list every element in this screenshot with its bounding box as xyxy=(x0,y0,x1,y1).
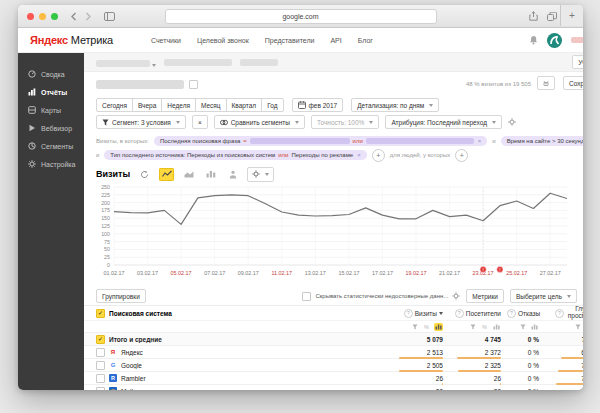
sidebar-item-segments[interactable]: Сегменты xyxy=(18,137,84,155)
svg-text:175: 175 xyxy=(101,207,110,213)
add-people-condition-button[interactable]: + xyxy=(455,149,468,162)
yandex-metrika-logo[interactable]: Яндекс Метрика xyxy=(30,34,113,46)
robots-filter-button[interactable] xyxy=(537,76,555,90)
visitors-bars-icon[interactable] xyxy=(492,323,501,331)
table-settings-gear-icon[interactable] xyxy=(452,292,460,300)
address-bar[interactable]: google.com xyxy=(165,9,437,24)
tutorial-button[interactable]: Учебник xyxy=(572,55,583,69)
period-yesterday-button[interactable]: Вчера xyxy=(132,98,162,112)
window-minimize-button[interactable] xyxy=(39,13,46,20)
row-checkbox[interactable] xyxy=(96,374,105,383)
phrase-value2-redacted xyxy=(366,138,474,144)
filter-row-phrase: Визиты, в которых: Последняя поисковая ф… xyxy=(84,134,583,148)
visits-bars-icon[interactable] xyxy=(434,323,443,331)
chart-type-line-icon[interactable] xyxy=(159,168,174,181)
period-month-button[interactable]: Месяц xyxy=(195,98,227,112)
hide-unreliable-label: Скрывать статистически недостоверные дан… xyxy=(315,293,448,299)
column-bounce[interactable]: ?Отказы xyxy=(507,309,545,318)
remove-filter-icon[interactable]: × xyxy=(478,138,482,144)
browser-forward-button[interactable] xyxy=(84,12,92,21)
traffic-source-filter-pill[interactable]: Тип последнего источника: Переходы из по… xyxy=(104,150,366,160)
browser-back-button[interactable] xyxy=(70,12,78,21)
row-checkbox[interactable] xyxy=(96,348,105,357)
nav-representatives[interactable]: Представители xyxy=(265,37,315,44)
metrics-button[interactable]: Метрики xyxy=(466,289,504,303)
reports-bars-icon xyxy=(28,88,36,96)
period-year-button[interactable]: Год xyxy=(261,98,283,112)
totals-checkbox[interactable]: ✓ xyxy=(96,335,105,344)
table-row-yandex[interactable]: Я Яндекс 2 513 2 372 0 % 6,91 xyxy=(84,345,583,358)
accuracy-dropdown[interactable]: Точность: 100% xyxy=(311,115,379,129)
segment-settings-gear-icon[interactable] xyxy=(508,118,516,126)
chart-type-bars-icon[interactable] xyxy=(203,168,218,181)
url-text: google.com xyxy=(282,13,318,20)
period-week-button[interactable]: Неделя xyxy=(161,98,196,112)
browser-window: google.com + Яндекс Метрика Счетчики Цел… xyxy=(18,5,583,390)
svg-text:07.02.17: 07.02.17 xyxy=(204,270,225,276)
chart-refresh-icon[interactable] xyxy=(137,168,152,181)
sidebar-item-maps[interactable]: Карты xyxy=(18,101,84,119)
window-zoom-button[interactable] xyxy=(51,13,58,20)
row-checkbox[interactable] xyxy=(96,387,105,391)
table-row-google[interactable]: G Google 2 505 2 325 0 % 7,39 xyxy=(84,358,583,371)
attribution-dropdown[interactable]: Атрибуция: Последний переход xyxy=(385,115,502,129)
visitors-funnel-icon[interactable] xyxy=(468,323,477,331)
bounce-funnel-icon[interactable] xyxy=(518,323,527,331)
dimension-checkbox[interactable]: ✓ xyxy=(96,309,105,318)
table-row-mailru[interactable]: @ Mail.ru 20 20 0 % 9,1 xyxy=(84,384,583,390)
search-phrase-filter-pill[interactable]: Последняя поисковая фраза ≈ или × xyxy=(154,136,487,146)
visits-percent-icon[interactable]: % xyxy=(422,323,431,331)
share-icon[interactable] xyxy=(529,11,538,21)
bounce-bars-icon[interactable] xyxy=(530,323,539,331)
period-today-button[interactable]: Сегодня xyxy=(96,98,133,112)
compare-segments-dropdown[interactable]: Сравнить сегменты xyxy=(214,115,305,129)
svg-text:09.02.17: 09.02.17 xyxy=(238,270,259,276)
visits-line-chart[interactable]: 025507510012515017520022525001.02.1703.0… xyxy=(90,183,577,283)
depth-funnel-icon[interactable] xyxy=(573,323,582,331)
save-button[interactable]: Сохранить xyxy=(563,76,583,90)
svg-text:13.02.17: 13.02.17 xyxy=(305,270,326,276)
segment-dropdown[interactable]: Сегмент: 3 условия xyxy=(96,115,186,129)
visitors-percent-icon[interactable]: % xyxy=(480,323,489,331)
choose-goal-dropdown[interactable]: Выберите цель xyxy=(510,289,577,303)
svg-text:0: 0 xyxy=(107,262,110,268)
dimension-header[interactable]: Поисковая система xyxy=(109,310,172,317)
nav-api[interactable]: API xyxy=(330,37,341,44)
add-condition-button[interactable]: + xyxy=(372,149,385,162)
chart-people-icon[interactable] xyxy=(225,168,240,181)
favorite-icon[interactable] xyxy=(189,80,198,89)
groupings-button[interactable]: Группировки xyxy=(96,289,146,303)
time-on-site-filter-pill[interactable]: Время на сайте > 30 секунды × xyxy=(501,136,583,146)
notifications-bell-icon[interactable] xyxy=(529,35,538,45)
new-tab-button[interactable]: + xyxy=(560,5,583,26)
chart-type-area-icon[interactable] xyxy=(181,168,196,181)
sidebar-item-summary[interactable]: Сводка xyxy=(18,65,84,83)
column-depth[interactable]: ?Глубина просмотра xyxy=(545,306,583,320)
counter-selector-redacted[interactable] xyxy=(96,60,150,67)
segment-clear-button[interactable]: × xyxy=(192,115,208,129)
sidebar-item-webvisor[interactable]: Вебвизор xyxy=(18,119,84,137)
nav-counters[interactable]: Счетчики xyxy=(151,37,181,44)
column-visitors[interactable]: ?Посетители xyxy=(449,309,507,318)
column-visits[interactable]: ?Визиты xyxy=(374,309,449,318)
sidebar-item-settings[interactable]: Настройка xyxy=(18,155,84,173)
calendar-icon xyxy=(298,101,306,109)
sidebar-item-reports[interactable]: Отчёты xyxy=(18,83,84,101)
segment-toolbar: Сегмент: 3 условия × Сравнить сегменты Т… xyxy=(84,114,583,130)
nav-target-call[interactable]: Целевой звонок xyxy=(197,37,249,44)
nav-blog[interactable]: Блог xyxy=(358,37,373,44)
sidebar-toggle-icon[interactable] xyxy=(104,12,115,21)
chart-settings-dropdown[interactable] xyxy=(247,167,274,182)
user-avatar[interactable] xyxy=(547,33,562,48)
row-checkbox[interactable] xyxy=(96,361,105,370)
window-close-button[interactable] xyxy=(27,13,34,20)
table-row-rambler[interactable]: R Rambler 26 26 0 % 7,89 xyxy=(84,371,583,384)
detail-level-dropdown[interactable]: Детализация: по дням xyxy=(351,98,439,112)
visits-funnel-icon[interactable] xyxy=(410,323,419,331)
date-picker-button[interactable]: фев 2017 xyxy=(292,98,344,112)
hide-unreliable-checkbox[interactable] xyxy=(302,292,311,301)
remove-filter-icon[interactable]: × xyxy=(357,152,361,158)
tab-overview-icon[interactable] xyxy=(547,12,557,21)
period-quarter-button[interactable]: Квартал xyxy=(226,98,263,112)
sort-desc-icon xyxy=(439,312,443,315)
